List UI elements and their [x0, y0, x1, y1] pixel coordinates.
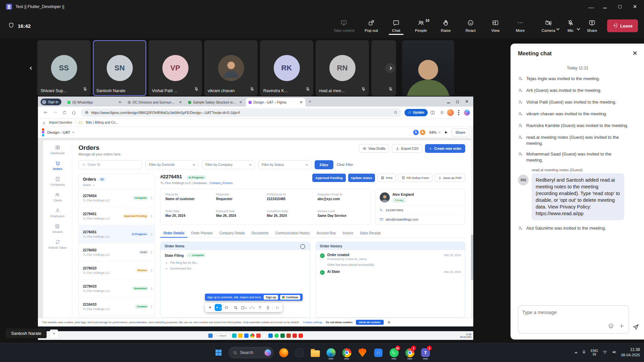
site-info-icon[interactable] — [85, 111, 89, 114]
apply-filter-button[interactable]: Filter — [315, 160, 333, 169]
favorites-icon[interactable] — [438, 108, 446, 117]
more-button[interactable]: More — [508, 16, 533, 36]
browser-close-icon[interactable] — [465, 99, 469, 105]
text-tool-icon[interactable] — [256, 304, 263, 311]
chat-message-list[interactable]: Today 11:21 Tejas Ingle was invited to t… — [518, 64, 637, 295]
attach-plus-icon[interactable] — [619, 323, 625, 330]
figma-doc-title[interactable]: Design - UAT — [47, 130, 74, 134]
browser-tab[interactable]: DC Divisions and Surroundings — [125, 98, 185, 107]
browser-scrollbar[interactable] — [471, 127, 473, 318]
browser-tab[interactable]: Sample Salary Structure with calc — [185, 98, 245, 107]
message-input[interactable]: Type a message — [518, 305, 629, 334]
take-control-button[interactable]: Take control — [329, 16, 359, 36]
zoom-select[interactable]: 94% — [429, 130, 441, 134]
order-list-item[interactable]: 2278433 TL Flex Holdings LLC Review — [79, 261, 155, 280]
detail-tab[interactable]: Invoice — [339, 229, 356, 238]
code-tool-icon[interactable] — [274, 304, 281, 311]
detail-tab[interactable]: Sales Receipt — [357, 229, 384, 238]
copilot-icon[interactable] — [464, 110, 470, 116]
url-input[interactable]: https://www.figma.com/design/9BKQ0FOHRWa… — [81, 108, 402, 117]
emoji-icon[interactable] — [608, 323, 614, 330]
collaborator-avatar[interactable]: A — [419, 129, 426, 136]
save-as-pdf-button[interactable]: Save as PDF — [435, 174, 465, 182]
refresh-icon[interactable] — [60, 108, 69, 117]
sidebar-item-orders[interactable]: Orders — [53, 161, 62, 171]
connector-tool-icon[interactable] — [248, 304, 255, 311]
move-tool-icon[interactable] — [207, 304, 214, 311]
start-button[interactable] — [213, 345, 224, 360]
favorite-item[interactable]: Import favorites — [49, 121, 72, 124]
strip-scroll-right-icon[interactable] — [385, 63, 395, 73]
react-button[interactable]: React — [458, 16, 483, 36]
home-icon[interactable] — [69, 108, 78, 117]
order-list-item[interactable]: 2278433 TL Flex Holdings LLC Submitted — [79, 280, 155, 298]
bookmark-star-icon[interactable] — [393, 110, 398, 115]
file-explorer-icon[interactable] — [310, 345, 321, 360]
leave-button[interactable]: Leave — [607, 19, 638, 32]
tab-close-icon[interactable] — [239, 101, 242, 104]
sidebar-item-companies[interactable]: Companies — [50, 176, 65, 186]
cookie-settings-link[interactable]: Cookies settings — [303, 321, 323, 324]
participant-tile[interactable]: SS Shivani Sup... — [37, 40, 91, 96]
participant-tile[interactable]: RN read.ai mee... — [316, 40, 369, 96]
sidebar-item-vendors[interactable]: Vendors — [52, 224, 63, 234]
view-drafts-button[interactable]: View Drafts — [359, 144, 389, 153]
chrome-profile-icon[interactable]: 1 — [404, 345, 416, 360]
export-csv-button[interactable]: Export CSV — [392, 144, 422, 153]
pin-share-icon[interactable] — [50, 329, 58, 338]
tab-close-icon[interactable] — [179, 101, 181, 104]
crop-tool-icon[interactable] — [232, 304, 239, 311]
component-tool-icon[interactable] — [264, 304, 271, 311]
browser-tab[interactable]: (5) WhatsApp — [65, 98, 124, 107]
figma-logo-icon[interactable] — [42, 128, 44, 136]
detail-tab[interactable]: Order Preview — [188, 229, 216, 238]
pop-out-button[interactable]: Pop out — [359, 16, 384, 36]
figma-share-button[interactable]: Share — [451, 128, 469, 136]
filter-domicile-select[interactable]: Filter by Domicile — [146, 160, 199, 169]
back-icon[interactable] — [41, 108, 50, 117]
participant-tile[interactable]: VP Vishal Patil ... — [149, 40, 202, 96]
language-switcher[interactable]: ENGIN — [591, 349, 598, 357]
cursor-tool-icon[interactable] — [215, 304, 222, 311]
edge-icon[interactable] — [325, 345, 337, 360]
order-list-item[interactable]: 2216433 TL Flex Holdings LLC Created — [79, 298, 155, 316]
allow-cookies-button[interactable]: Allow all cookies — [356, 320, 383, 325]
sidebar-item-dashboard[interactable]: Dashboard — [51, 145, 65, 155]
volume-icon[interactable] — [612, 350, 617, 356]
detail-tab[interactable]: Communication History — [272, 229, 313, 238]
print-button[interactable]: Print — [377, 174, 396, 182]
clear-filter-button[interactable]: Clear Filter — [337, 163, 353, 167]
sidebar-item-refresh-token[interactable]: Refresh Token — [48, 239, 67, 249]
favorite-item[interactable]: Bills | Billing and Co... — [86, 121, 118, 124]
scrollbar-thumb[interactable] — [471, 235, 473, 280]
collaborator-avatar[interactable]: S — [413, 129, 419, 136]
detail-tab[interactable]: Documents — [249, 229, 272, 238]
maximize-button[interactable] — [618, 4, 622, 10]
participant-tile[interactable]: RK Ravindra K... — [260, 40, 313, 96]
brave-icon[interactable] — [357, 345, 368, 360]
tab-close-icon[interactable] — [300, 101, 302, 104]
sort-down-icon[interactable] — [92, 184, 95, 187]
people-button[interactable]: 10 People — [409, 16, 433, 36]
google-continue-button[interactable]: Continue — [280, 295, 300, 300]
close-cookie-icon[interactable] — [387, 321, 390, 324]
order-list-item[interactable]: 2279451 TL Flex Holdings LLC Approval Pe… — [79, 207, 155, 225]
create-order-button[interactable]: Create new order — [425, 144, 465, 153]
split-screen-icon[interactable] — [428, 108, 437, 117]
browser-update-button[interactable]: Update — [405, 109, 428, 116]
order-list-item[interactable]: 2279454 TL Flex Holdings LLC Complete — [79, 189, 155, 207]
strip-scroll-left-icon[interactable] — [28, 62, 35, 74]
browser-menu-dots-icon[interactable] — [454, 108, 463, 117]
update-status-button[interactable]: Update status — [348, 174, 375, 182]
hand-tool-icon[interactable] — [223, 304, 230, 311]
filter-company-select[interactable]: Filter by Company — [202, 160, 255, 169]
send-message-icon[interactable] — [632, 323, 639, 331]
browser-signin-pill[interactable]: Sign in — [41, 99, 61, 105]
detail-tab[interactable]: Order Details — [160, 229, 187, 238]
vscode-icon[interactable] — [373, 345, 384, 360]
mic-button[interactable]: Mic — [562, 16, 579, 36]
video-tile[interactable] — [402, 40, 454, 96]
deny-cookies-button[interactable]: Do not allow cookies — [326, 321, 353, 324]
camera-button[interactable]: Camera — [538, 16, 559, 36]
participant-tile[interactable]: SN Santosh Narate — [93, 40, 146, 96]
